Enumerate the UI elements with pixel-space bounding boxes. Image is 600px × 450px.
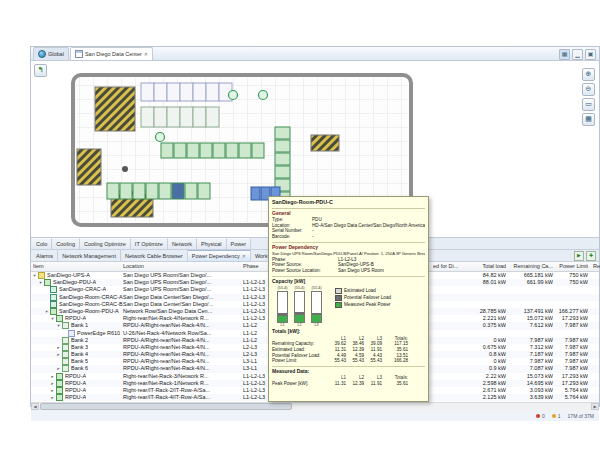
close-icon[interactable]: ✕	[242, 254, 246, 259]
zoom-in-icon[interactable]: ⊕	[582, 68, 595, 81]
layout-icon	[75, 50, 83, 58]
device-icon	[44, 279, 51, 286]
capacity-legend: Estimated Load Potential Failover Load M…	[335, 288, 391, 309]
device-icon	[38, 272, 45, 279]
legend-chip	[335, 295, 342, 301]
minimize-icon[interactable]: ▁	[572, 49, 583, 60]
device-icon	[56, 373, 63, 380]
device-icon	[62, 344, 69, 351]
device-icon	[50, 294, 57, 301]
device-icon	[62, 358, 69, 365]
scrollbar-thumb[interactable]	[40, 403, 292, 410]
status-item: 17M of 37M	[568, 413, 594, 419]
capacity-bar: (55.4) L2	[293, 286, 306, 327]
tooltip-title: SanDiego-Room-PDU-C	[272, 199, 425, 209]
status-bar: 0 1 17M of 37M	[31, 411, 599, 421]
screenshot-canvas: Global ✕ San Diego Data Center ✕ ▦ ▁ ▣ ↰…	[0, 0, 600, 450]
device-icon	[62, 351, 69, 358]
globe-icon	[38, 50, 46, 58]
legend-chip	[335, 302, 342, 308]
perspective-tab[interactable]: Power	[227, 238, 252, 249]
device-icon	[62, 337, 69, 344]
table-toolbar: ▶ ✚	[574, 251, 596, 261]
legend-item: Potential Failover Load	[335, 295, 391, 301]
totals-row: Peak Power [kW]:11.31 12.3911.91 35.61	[272, 381, 425, 387]
warning-icon	[552, 414, 556, 418]
section-capacity: Capacity [kW]	[272, 279, 425, 285]
legend-item: Measured Peak Power	[335, 302, 391, 308]
editor-tabbar: Global ✕ San Diego Data Center ✕ ▦ ▁ ▣	[31, 47, 599, 61]
scroll-left-icon[interactable]: ◀	[31, 403, 39, 410]
capacity-bar: (55.4) L3	[310, 286, 323, 327]
layers-icon[interactable]: ▦	[582, 113, 595, 126]
zoom-fit-icon[interactable]: ▭	[582, 98, 595, 111]
view-tab[interactable]: Power Dependency ✕	[188, 250, 251, 261]
device-icon	[50, 286, 57, 293]
rack-row-middle	[161, 143, 264, 158]
editor-tab[interactable]: Global ✕	[33, 47, 69, 60]
col-next[interactable]: Re...	[593, 263, 600, 269]
device-tooltip: SanDiego-Room-PDU-C General Type:PDU Loc…	[268, 196, 429, 402]
map-zoom-toolbar: ⊕ ⊖ ▭ ▦	[582, 68, 595, 126]
close-icon[interactable]: ✕	[144, 52, 148, 57]
pan-tool-icon[interactable]: ↰	[34, 64, 47, 77]
view-tab[interactable]: Alarms ✕	[32, 250, 58, 261]
view-tab[interactable]: Network Cable Browser ✕	[121, 250, 188, 261]
table-settings-icon[interactable]: ✚	[586, 251, 596, 261]
rack-row-top	[141, 83, 232, 101]
legend-item: Estimated Load	[335, 288, 391, 294]
view-grid-icon[interactable]: ▦	[559, 49, 570, 60]
perspective-tab[interactable]: IT Optimize	[131, 238, 168, 249]
col-location[interactable]: Location	[123, 263, 144, 269]
capacity-bar: (55.4) L1	[276, 286, 289, 327]
legend-chip	[335, 288, 342, 294]
device-icon	[62, 322, 69, 329]
col-item[interactable]: Item	[33, 263, 44, 269]
device-icon	[56, 394, 63, 401]
perspective-tab[interactable]: Colo	[32, 238, 52, 249]
divider	[272, 276, 425, 277]
editor-tab[interactable]: San Diego Data Center ✕	[70, 47, 153, 60]
horizontal-scrollbar[interactable]: ◀ ▶	[31, 402, 599, 411]
perspective-tab[interactable]: Cooling Optimize	[80, 238, 131, 249]
scroll-right-icon[interactable]: ▶	[591, 403, 599, 410]
device-icon	[56, 387, 63, 394]
perspective-tab[interactable]: Cooling	[52, 238, 80, 249]
status-item: 1	[552, 413, 561, 419]
device-icon	[56, 315, 63, 322]
capacity-chart: (55.4) L1 (55.4) L2 (55.4) L3 Estimated …	[272, 285, 425, 327]
section-measured: Measured Data:	[272, 369, 425, 375]
operator-marker	[122, 166, 128, 172]
device-icon	[68, 330, 75, 337]
totals-row: Power Limit:55.43 55.4355.43 166.28	[272, 358, 425, 364]
perspective-tab[interactable]: Network	[168, 238, 197, 249]
restore-icon[interactable]: ▣	[585, 49, 596, 60]
rack-row-second	[141, 107, 219, 127]
rack-row-bottom	[107, 183, 210, 199]
section-power-dependency: Power Dependency	[272, 245, 425, 251]
col-power-limit[interactable]: Power Limit	[528, 263, 588, 269]
zoom-out-icon[interactable]: ⊖	[582, 83, 595, 96]
divider	[272, 242, 425, 243]
error-icon	[536, 414, 540, 418]
field-row: Barcode:-	[272, 234, 425, 240]
section-totals: Totals [kW]:	[272, 329, 425, 335]
device-icon	[62, 365, 69, 372]
col-phase[interactable]: Phase	[243, 263, 259, 269]
device-icon	[56, 380, 63, 387]
view-tab[interactable]: Network Management ✕	[58, 250, 121, 261]
perspective-tab[interactable]: Physical	[197, 238, 226, 249]
status-item: 0	[536, 413, 545, 419]
divider	[272, 366, 425, 367]
section-general: General	[272, 211, 425, 217]
export-icon[interactable]: ▶	[574, 251, 584, 261]
field-row: Power Source Location:San Diego UPS Room	[272, 268, 425, 274]
device-icon	[50, 301, 57, 308]
device-icon	[50, 308, 57, 315]
editor-tabbar-buttons: ▦ ▁ ▣	[559, 49, 596, 60]
